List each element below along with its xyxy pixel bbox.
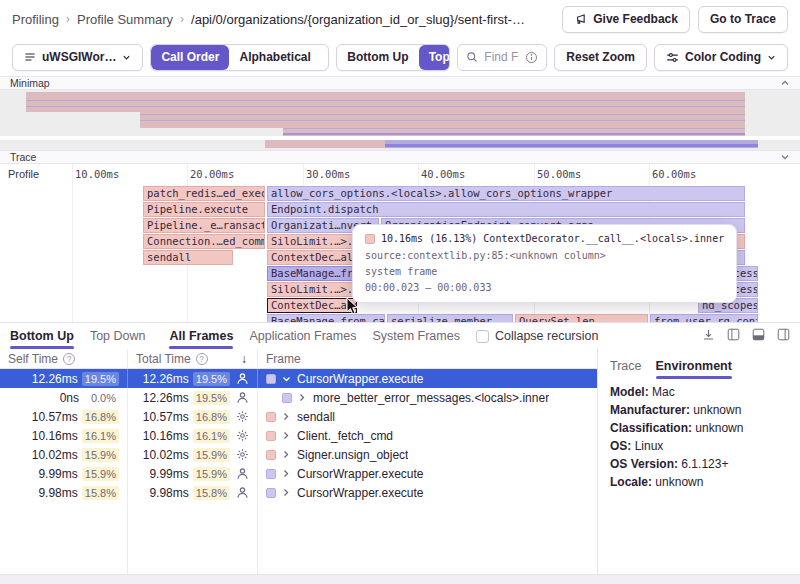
flame-frame[interactable]: SiloLimit.…>.over bbox=[267, 234, 357, 249]
expand-chevron-icon[interactable] bbox=[282, 488, 291, 497]
tab-trace-details[interactable]: Trace bbox=[610, 356, 642, 376]
tab-application-frames[interactable]: Application Frames bbox=[249, 326, 356, 346]
total-time-column-header[interactable]: Total Time ↓ bbox=[128, 349, 258, 368]
frame-column-header[interactable]: Frame bbox=[258, 349, 597, 368]
self-time-value: 0ns bbox=[60, 391, 79, 405]
table-row[interactable]: 10.57ms 16.8% 10.57ms 16.8% sendall bbox=[0, 407, 597, 426]
flame-tooltip: 10.16ms (16.13%) ContextDecorator.__call… bbox=[352, 224, 737, 303]
breadcrumb-profile-summary[interactable]: Profile Summary bbox=[77, 12, 173, 27]
tab-all-frames[interactable]: All Frames bbox=[169, 326, 233, 346]
find-frames-search[interactable] bbox=[457, 44, 547, 71]
help-icon[interactable] bbox=[63, 353, 75, 365]
frame-color-swatch bbox=[266, 469, 276, 479]
expand-chevron-icon[interactable] bbox=[282, 412, 291, 421]
frame-name: more_better_error_messages.<locals>.inne… bbox=[313, 391, 549, 405]
expand-chevron-icon[interactable] bbox=[282, 431, 291, 440]
flame-frame[interactable]: BaseManage…from_cache bbox=[267, 314, 385, 322]
chevron-down-icon bbox=[122, 53, 131, 62]
direction-segmented-control: Bottom Up Top Down bbox=[336, 44, 450, 71]
tab-environment-details[interactable]: Environment bbox=[656, 356, 732, 376]
sort-descending-icon[interactable]: ↓ bbox=[241, 352, 247, 366]
expand-chevron-icon[interactable] bbox=[298, 393, 307, 402]
self-time-percent: 16.8% bbox=[82, 410, 119, 424]
total-time-value: 10.57ms bbox=[143, 410, 189, 424]
flame-frame[interactable]: ContextDec…als>.i bbox=[267, 298, 357, 313]
thread-selector-label: uWSGIWor… bbox=[42, 50, 116, 64]
help-icon[interactable] bbox=[196, 353, 208, 365]
total-time-percent: 15.9% bbox=[193, 467, 230, 481]
detail-field-label: Manufacturer: bbox=[610, 403, 693, 417]
frame-name: sendall bbox=[297, 410, 335, 424]
flamegraph-canvas[interactable]: 10.00ms20.00ms30.00ms40.00ms50.00ms60.00… bbox=[0, 164, 800, 322]
tab-system-frames[interactable]: System Frames bbox=[372, 326, 460, 346]
sort-alphabetical-button[interactable]: Alphabetical bbox=[229, 45, 320, 70]
total-time-percent: 16.8% bbox=[193, 410, 230, 424]
self-time-value: 10.02ms bbox=[32, 448, 78, 462]
flame-frame[interactable]: BaseManage…from_c bbox=[267, 266, 357, 281]
flame-frame[interactable]: Connection.…ed_command bbox=[143, 234, 265, 249]
horizontal-scrollbar[interactable] bbox=[0, 574, 800, 584]
reset-zoom-button[interactable]: Reset Zoom bbox=[554, 44, 647, 71]
minimap-canvas[interactable] bbox=[0, 90, 800, 150]
table-row[interactable]: 12.26ms 19.5% 12.26ms 19.5% CursorWrappe… bbox=[0, 369, 597, 388]
user-icon bbox=[236, 486, 249, 499]
frame-color-swatch bbox=[266, 412, 276, 422]
info-icon[interactable] bbox=[525, 51, 538, 64]
tab-top-down[interactable]: Top Down bbox=[90, 326, 146, 346]
flame-frame[interactable]: serialize_member bbox=[387, 314, 513, 322]
detail-field-label: OS: bbox=[610, 439, 635, 453]
layout-dock-left-icon[interactable] bbox=[727, 328, 740, 344]
expand-chevron-icon[interactable] bbox=[282, 469, 291, 478]
collapse-recursion-checkbox[interactable]: Collapse recursion bbox=[476, 329, 599, 343]
frame-color-swatch bbox=[266, 488, 276, 498]
flame-frame[interactable]: from_user…rq_context bbox=[650, 314, 758, 322]
frame-table: Self Time Total Time ↓ Frame bbox=[0, 349, 598, 574]
detail-field: Manufacturer: unknown bbox=[610, 403, 788, 417]
detail-field: OS: Linux bbox=[610, 439, 788, 453]
color-coding-dropdown[interactable]: Color Coding bbox=[654, 44, 788, 71]
detail-field-value: 6.1.123+ bbox=[681, 457, 728, 471]
frame-header-label: Frame bbox=[266, 352, 301, 366]
flame-frame[interactable]: sendall bbox=[143, 250, 233, 265]
gear-icon bbox=[236, 429, 249, 442]
breadcrumb-profiling[interactable]: Profiling bbox=[12, 12, 59, 27]
tab-bottom-up[interactable]: Bottom Up bbox=[10, 326, 74, 346]
flame-frame[interactable]: Pipeline._e…ransaction bbox=[143, 218, 265, 233]
total-time-value: 10.16ms bbox=[143, 429, 189, 443]
breadcrumb-separator bbox=[180, 12, 184, 26]
expand-chevron-icon[interactable] bbox=[282, 450, 291, 459]
sort-call-order-button[interactable]: Call Order bbox=[151, 45, 229, 70]
table-row[interactable]: 9.98ms 15.8% 9.98ms 15.8% CursorWrapper.… bbox=[0, 483, 597, 502]
flame-frame[interactable]: SiloLimit.…>.over bbox=[267, 282, 357, 297]
reset-zoom-label: Reset Zoom bbox=[566, 50, 635, 64]
self-time-percent: 0.0% bbox=[83, 391, 119, 405]
table-row[interactable]: 0ns 0.0% 12.26ms 19.5% more_better_error… bbox=[0, 388, 597, 407]
sort-left-heavy-button[interactable]: Left Heavy bbox=[321, 45, 329, 70]
collapse-minimap-icon[interactable] bbox=[780, 78, 790, 88]
go-to-trace-button[interactable]: Go to Trace bbox=[698, 6, 788, 33]
flame-frame[interactable]: patch_redis…ed_execute bbox=[143, 186, 265, 201]
direction-bottom-up-button[interactable]: Bottom Up bbox=[337, 45, 418, 70]
checkbox-icon[interactable] bbox=[476, 330, 489, 343]
frame-name: CursorWrapper.execute bbox=[297, 486, 424, 500]
give-feedback-button[interactable]: Give Feedback bbox=[562, 6, 690, 33]
flame-frame[interactable]: Pipeline.execute bbox=[143, 202, 265, 217]
axis-tick-label: 60.00ms bbox=[652, 168, 696, 180]
layout-dock-right-icon[interactable] bbox=[777, 328, 790, 344]
flame-frame[interactable]: ContextDec…als>.i bbox=[267, 250, 357, 265]
self-time-column-header[interactable]: Self Time bbox=[0, 349, 128, 368]
direction-top-down-button[interactable]: Top Down bbox=[419, 45, 451, 70]
table-row[interactable]: 10.02ms 15.9% 10.02ms 15.9% Signer.unsig… bbox=[0, 445, 597, 464]
flame-frame[interactable]: Endpoint.dispatch bbox=[267, 202, 745, 217]
flame-frame[interactable]: QuerySet…len bbox=[515, 314, 648, 322]
flame-frame[interactable]: allow_cors_options.<locals>.allow_cors_o… bbox=[267, 186, 745, 201]
thread-selector[interactable]: uWSGIWor… bbox=[12, 44, 143, 71]
search-input[interactable] bbox=[484, 50, 519, 64]
table-row[interactable]: 9.99ms 15.9% 9.99ms 15.9% CursorWrapper.… bbox=[0, 464, 597, 483]
collapse-trace-icon[interactable] bbox=[780, 152, 790, 162]
table-row[interactable]: 10.16ms 16.1% 10.16ms 16.1% Client._fetc… bbox=[0, 426, 597, 445]
expand-chevron-icon[interactable] bbox=[282, 375, 291, 383]
layout-dock-bottom-icon[interactable] bbox=[752, 328, 765, 344]
minimap-title: Minimap bbox=[10, 77, 50, 89]
download-icon[interactable] bbox=[702, 328, 715, 344]
